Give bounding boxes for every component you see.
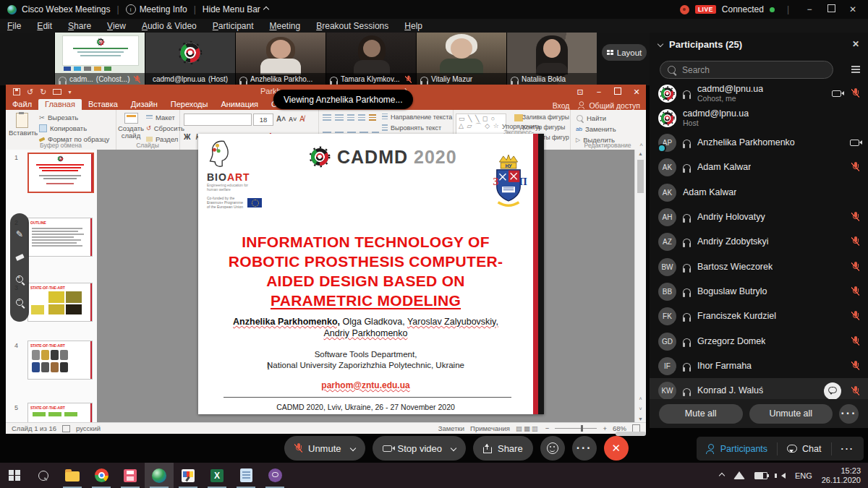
menu-help[interactable]: Help (404, 21, 422, 31)
scroll-up-icon[interactable]: ▲ (635, 151, 646, 156)
ppt-close-button[interactable]: ✕ (627, 87, 646, 97)
view-buttons[interactable]: ▤▦▥ (516, 424, 540, 432)
video-thumbnail[interactable]: cadmd@lpnu.ua (Host) (145, 33, 235, 85)
ppt-minimize-button[interactable]: − (590, 87, 608, 96)
shape-outline-button[interactable]: Контур фигуры (522, 124, 565, 131)
new-slide-button[interactable]: Создать слайд (117, 113, 145, 140)
participant-row[interactable]: BW Bartosz Wieczorek (650, 254, 868, 279)
annotate-pen-icon[interactable]: ✎ (16, 229, 23, 239)
slide-thumbnail-5[interactable]: STATE-OF-THE-ART (27, 403, 93, 423)
signin-button[interactable]: Вход (553, 101, 570, 110)
tab-insert[interactable]: Вставка (82, 99, 124, 110)
undo-icon[interactable]: ↺ (27, 87, 33, 97)
restore-button[interactable] (823, 4, 839, 14)
tab-animations[interactable]: Анимация (214, 99, 265, 110)
taskbar-paint[interactable] (174, 463, 203, 488)
muted-mic-icon[interactable] (851, 162, 859, 172)
muted-mic-icon[interactable] (851, 212, 859, 222)
layout-menu-button[interactable]: Макет (146, 114, 175, 121)
zoom-in-button[interactable]: + (603, 424, 607, 432)
speaker-icon[interactable] (781, 473, 786, 479)
video-thumbnail[interactable]: Nataliia Bokla (506, 33, 597, 85)
private-chat-button[interactable] (824, 382, 841, 400)
menu-file[interactable]: File (7, 21, 21, 31)
layout-button[interactable]: Layout (602, 44, 647, 61)
collapse-ribbon-icon[interactable]: ˄ (639, 142, 643, 148)
tab-file[interactable]: Файл (6, 99, 38, 110)
video-thumbnail[interactable]: Tamara Klymkov... (326, 33, 416, 85)
save-icon[interactable] (13, 88, 20, 95)
menu-meeting[interactable]: Meeting (270, 21, 301, 31)
participants-search[interactable] (660, 61, 833, 79)
ppt-restore-button[interactable] (608, 87, 627, 96)
start-button[interactable] (0, 463, 29, 488)
current-slide[interactable]: BIOART Engineering education for human w… (198, 134, 544, 414)
clock[interactable]: 15:23 26.11.2020 (822, 466, 861, 485)
participants-toggle-button[interactable]: Participants (697, 437, 777, 461)
taskbar-notes[interactable] (231, 463, 260, 488)
slideshow-icon[interactable] (53, 89, 61, 95)
participant-row[interactable]: AK Adam Kalwar (650, 180, 868, 205)
muted-mic-icon[interactable] (851, 386, 859, 396)
menu-participant[interactable]: Participant (213, 21, 254, 31)
participant-row[interactable]: AK Adam Kalwar (650, 155, 868, 179)
zoom-out-button[interactable]: − (545, 424, 550, 432)
align-text-button[interactable]: Выровнять текст (382, 124, 441, 132)
zoom-out-icon[interactable] (16, 299, 23, 306)
font-size-combobox[interactable]: 18 (253, 114, 273, 126)
participant-row[interactable]: BB Boguslaw Butrylo (650, 279, 868, 304)
search-input[interactable] (681, 64, 807, 76)
slide-thumbnail-4[interactable]: STATE-OF-THE-ART (27, 341, 93, 380)
close-button[interactable]: ✕ (845, 4, 861, 14)
muted-mic-icon[interactable] (851, 236, 859, 247)
chevron-down-icon[interactable] (451, 445, 456, 451)
shape-fill-button[interactable]: Заливка фигуры (522, 114, 569, 121)
scroll-down-icon[interactable]: ▼ (635, 416, 646, 421)
more-panels-button[interactable]: ··· (832, 437, 864, 461)
unmute-all-button[interactable]: Unmute all (749, 404, 833, 424)
stop-video-button[interactable]: Stop video (373, 436, 466, 461)
mute-all-button[interactable]: Mute all (659, 404, 743, 424)
taskbar-file-explorer[interactable] (58, 463, 87, 488)
language-switcher[interactable]: ENG (795, 471, 812, 480)
unmute-button[interactable]: Unmute (284, 436, 365, 461)
record-indicator-icon[interactable] (680, 5, 689, 14)
slide-thumbnail-2[interactable]: OUTLINE (27, 218, 93, 257)
muted-mic-icon[interactable] (851, 361, 859, 371)
minimize-button[interactable]: − (801, 4, 817, 14)
taskbar-excel[interactable]: X (203, 463, 231, 488)
spellcheck-icon[interactable] (62, 425, 70, 432)
paste-button[interactable]: Вставить (9, 113, 35, 137)
copy-button[interactable]: Копировать (39, 124, 87, 132)
close-panel-icon[interactable]: ✕ (852, 39, 859, 49)
reactions-button[interactable] (540, 436, 565, 461)
more-options-button[interactable]: ··· (572, 436, 597, 461)
find-button[interactable]: Найти (576, 114, 606, 122)
eraser-icon[interactable] (15, 254, 25, 261)
wifi-icon[interactable] (733, 471, 745, 479)
muted-mic-icon[interactable] (851, 286, 859, 296)
slide-thumbnail-3[interactable]: STATE-OF-THE-ART (27, 283, 93, 322)
hide-menu-bar-button[interactable]: Hide Menu Bar (203, 4, 260, 14)
previous-slide-icon[interactable]: ˄ (635, 396, 646, 401)
taskbar-powerpoint[interactable] (116, 463, 145, 488)
share-button[interactable]: Share (473, 436, 533, 461)
next-slide-icon[interactable]: ˅ (635, 406, 646, 411)
menu-edit[interactable]: Edit (37, 21, 52, 31)
cut-button[interactable]: ✂Вырезать (39, 114, 78, 121)
tab-design[interactable]: Дизайн (124, 99, 164, 110)
zoom-in-icon[interactable] (16, 275, 23, 283)
slide-thumbnail-1[interactable] (27, 153, 94, 193)
battery-icon[interactable] (754, 472, 767, 479)
notes-button[interactable]: Заметки (438, 424, 464, 432)
chevron-down-icon[interactable] (349, 445, 355, 451)
replace-button[interactable]: abЗаменить (576, 125, 616, 133)
leave-meeting-button[interactable]: ✕ (604, 436, 629, 461)
list-indent-buttons[interactable] (323, 114, 376, 121)
chat-toggle-button[interactable]: Chat (778, 437, 830, 461)
meeting-info-button[interactable]: Meeting Info (140, 4, 187, 14)
font-name-combobox[interactable] (184, 114, 252, 126)
grow-shrink-font-buttons[interactable]: A˄A˅A̸ (276, 115, 305, 123)
reset-button[interactable]: ↺Сбросить (146, 124, 184, 132)
tab-transitions[interactable]: Переходы (164, 99, 215, 110)
